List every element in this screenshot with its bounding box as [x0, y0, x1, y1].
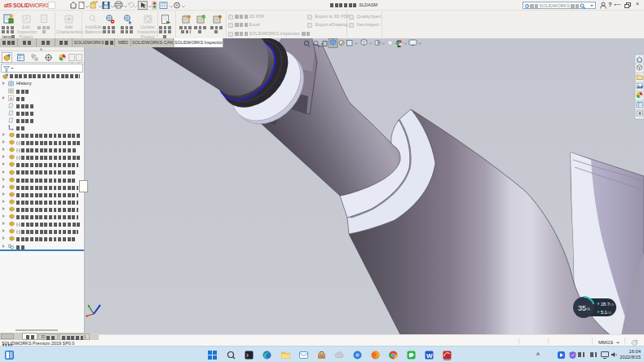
svg-text:W: W — [426, 351, 433, 359]
svg-text:28.7KB: 28.7KB — [601, 302, 614, 307]
svg-text:A: A — [10, 96, 13, 101]
svg-text:5.1KB: 5.1KB — [601, 310, 611, 315]
svg-text:35: 35 — [578, 304, 586, 312]
svg-text:%: % — [587, 307, 591, 311]
